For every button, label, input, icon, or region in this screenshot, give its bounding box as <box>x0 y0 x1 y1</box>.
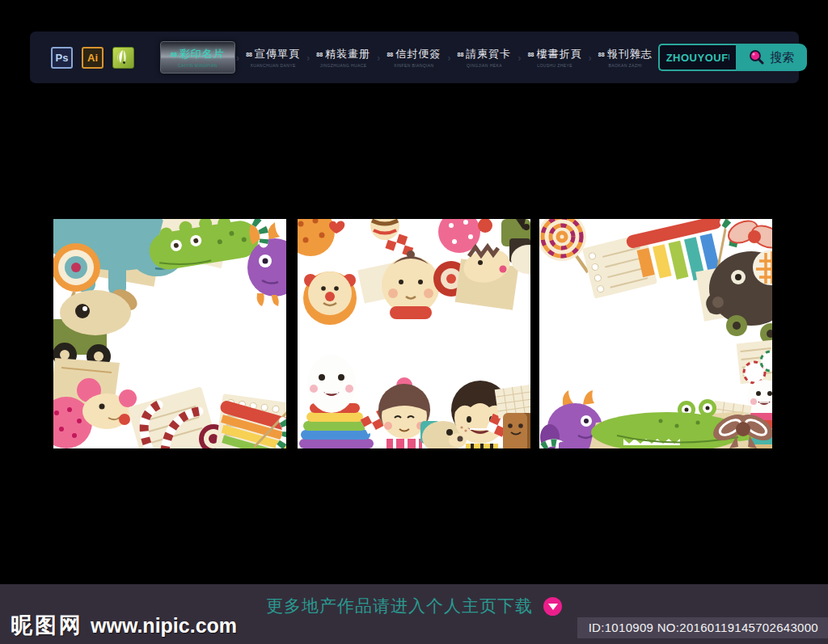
menu-item-flyers[interactable]: 88宣傳單頁 XUANCHUAN DANYE <box>240 43 306 72</box>
menu-glyph-icon: 88 <box>171 52 177 57</box>
download-arrow-button[interactable] <box>543 597 562 616</box>
coreldraw-balloon-glyph <box>114 48 133 67</box>
chevron-separator-icon: › <box>236 52 239 64</box>
site-name: 昵图网 <box>11 611 83 640</box>
polka-dot-ball <box>298 219 344 256</box>
menu-item-invitations[interactable]: 88請柬賀卡 QINGJIAN HEKA <box>452 43 518 72</box>
menu-glyph-icon: 88 <box>316 52 323 57</box>
promo-text: 更多地产作品请进入个人主页下载 <box>266 595 533 617</box>
baby-doll-face <box>382 250 440 319</box>
chevron-separator-icon: › <box>589 52 592 64</box>
site-logo: 昵图网 www.nipic.com <box>11 611 237 640</box>
preview-panel-2[interactable] <box>298 219 530 448</box>
wooden-dog-toy <box>53 285 141 368</box>
clown-toy <box>303 271 357 325</box>
chevron-separator-icon: › <box>518 52 521 64</box>
menu-glyph-icon: 88 <box>387 52 393 57</box>
egg-head-doll <box>299 355 374 448</box>
menu-item-magazines[interactable]: 88報刊雜志 BAOKAN ZAZHI <box>593 43 658 72</box>
down-arrow-icon <box>548 604 558 610</box>
photoshop-icon[interactable]: Ps <box>51 47 73 69</box>
menu-glyph-icon: 88 <box>458 52 464 57</box>
top-navbar: Ps Ai 88彩印名片 CAIYIN MINGPIAN › 88宣傳單頁 XU… <box>30 32 799 83</box>
search-bar: 搜索 <box>658 44 807 71</box>
menu-glyph-icon: 88 <box>598 52 605 57</box>
menu-glyph-icon: 88 <box>246 52 252 57</box>
wooden-box-face <box>503 413 530 448</box>
search-input[interactable] <box>658 44 736 71</box>
footer-bar: 更多地产作品请进入个人主页下载 昵图网 www.nipic.com ID:101… <box>0 584 828 644</box>
coreldraw-icon[interactable] <box>112 47 134 69</box>
menu-item-brochures[interactable]: 88樓書折頁 LOUSHU ZHEYE <box>522 43 588 72</box>
preview-panel-1[interactable] <box>53 219 286 448</box>
site-url: www.nipic.com <box>91 614 237 638</box>
menu-glyph-icon: 88 <box>528 52 534 57</box>
chevron-separator-icon: › <box>447 52 450 64</box>
chevron-separator-icon: › <box>377 52 380 64</box>
image-id-label: ID:1010909 NO:20160119145702643000 <box>577 617 828 638</box>
illustrator-icon[interactable]: Ai <box>82 47 104 69</box>
menu-item-business-cards[interactable]: 88彩印名片 CAIYIN MINGPIAN <box>160 41 235 74</box>
software-icons: Ps Ai <box>51 47 134 69</box>
chevron-separator-icon: › <box>306 52 310 64</box>
preview-panel-3[interactable] <box>539 219 772 448</box>
menu-item-albums[interactable]: 88精装畫册 JINGZHUANG HUACE <box>310 43 376 72</box>
search-button[interactable]: 搜索 <box>736 44 807 71</box>
menu-item-envelopes[interactable]: 88信封便簽 XINFEN BIANQIAN <box>381 43 446 72</box>
category-menu: 88彩印名片 CAIYIN MINGPIAN › 88宣傳單頁 XUANCHUA… <box>160 41 658 74</box>
lollipop <box>539 219 588 272</box>
search-icon <box>748 49 764 65</box>
